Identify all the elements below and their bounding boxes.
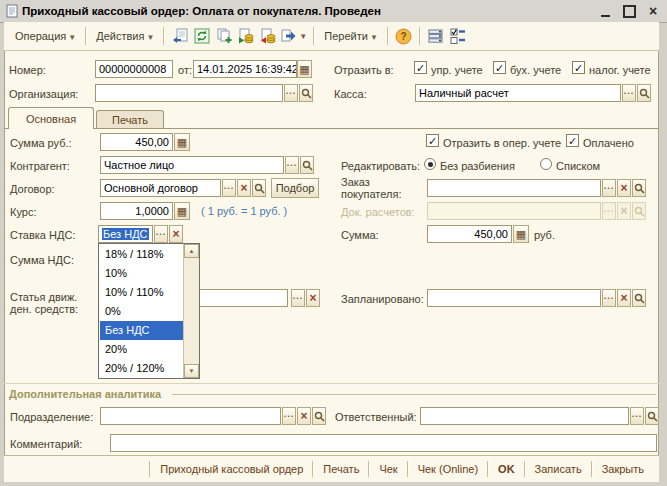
responsible-field[interactable] — [420, 407, 629, 425]
list-setup-icon[interactable] — [448, 26, 468, 46]
vat-option-selected[interactable]: Без НДС — [100, 321, 184, 340]
oper-accounting-checkbox[interactable]: ✓ — [426, 134, 439, 147]
input-on-basis-icon[interactable]: ▼ — [280, 26, 308, 46]
post-document-icon[interactable] — [236, 26, 256, 46]
calendar-button[interactable]: ▦ — [297, 60, 312, 78]
responsible-label: Ответственный: — [335, 411, 417, 423]
ok-button[interactable]: OK — [489, 463, 524, 475]
refresh-icon[interactable] — [192, 26, 212, 46]
cashflow-label-line1: Статья движ. — [10, 291, 77, 303]
department-find-button[interactable] — [312, 407, 326, 425]
unpost-document-icon[interactable] — [258, 26, 278, 46]
cashflow-open-button[interactable]: ... — [291, 289, 305, 307]
scroll-down-button[interactable]: ▼ — [184, 364, 199, 378]
cashflow-clear-button[interactable]: × — [306, 289, 320, 307]
contract-clear-button[interactable]: × — [237, 179, 251, 197]
department-open-button[interactable]: ... — [282, 407, 296, 425]
check-button[interactable]: Чек — [370, 463, 406, 475]
vat-option[interactable]: 20% — [100, 340, 184, 359]
kassa-find-button[interactable] — [637, 84, 651, 102]
sum-calc-button[interactable]: ▦ — [513, 225, 529, 243]
rate-calc-button[interactable]: ▦ — [174, 202, 190, 220]
order-find-button[interactable] — [632, 179, 646, 197]
planned-open-button[interactable]: ... — [602, 289, 616, 307]
kassa-open-button[interactable]: ... — [622, 84, 636, 102]
vat-rate-clear-button[interactable]: × — [169, 225, 183, 243]
copy-icon[interactable] — [214, 26, 234, 46]
sum-rub-field[interactable]: 450,00 — [100, 133, 173, 151]
vat-option[interactable]: 18% / 118% — [100, 245, 184, 264]
check-online-button[interactable]: Чек (Online) — [409, 463, 487, 475]
book-accounting-checkbox[interactable]: ✓ — [493, 61, 506, 74]
planned-find-button[interactable] — [632, 289, 646, 307]
help-icon[interactable]: ? — [394, 26, 414, 46]
organization-open-button[interactable]: ... — [284, 84, 298, 102]
dropdown-scrollbar[interactable]: ▲ ▼ — [183, 244, 199, 378]
edit-no-split-radio[interactable] — [424, 158, 436, 170]
contract-open-button[interactable]: ... — [222, 179, 236, 197]
chevron-down-icon: ▼ — [146, 33, 154, 42]
contract-find-button[interactable] — [252, 179, 266, 197]
edit-list-radio[interactable] — [540, 158, 552, 170]
title-bar[interactable]: Приходный кассовый ордер: Оплата от поку… — [0, 0, 667, 23]
vat-option[interactable]: 10% / 110% — [100, 283, 184, 302]
number-field[interactable]: 00000000008 — [95, 60, 173, 78]
close-button[interactable]: × — [645, 3, 661, 19]
organization-field[interactable] — [95, 84, 283, 102]
date-field[interactable]: 14.01.2025 16:39:42 — [193, 60, 297, 78]
kassa-label: Касса: — [334, 88, 367, 100]
pick-button[interactable]: Подбор — [271, 178, 319, 198]
department-field[interactable] — [100, 407, 281, 425]
rate-field[interactable]: 1,0000 — [100, 202, 173, 220]
vat-rate-field[interactable]: Без НДС — [98, 225, 153, 243]
planned-clear-button[interactable]: × — [617, 289, 631, 307]
counterparty-field[interactable]: Частное лицо — [100, 156, 284, 174]
department-clear-button[interactable]: × — [297, 407, 311, 425]
sum-rub-calc-button[interactable]: ▦ — [174, 133, 190, 151]
edit-no-split-label: Без разбиения — [440, 160, 515, 172]
save-button[interactable]: Записать — [526, 463, 591, 475]
vat-option[interactable]: 10% — [100, 264, 184, 283]
toolbar-separator — [313, 27, 315, 45]
sum-field[interactable]: 450,00 — [427, 225, 512, 243]
department-label: Подразделение: — [10, 411, 93, 423]
magnifier-icon — [639, 88, 650, 99]
table-settings-icon[interactable] — [426, 26, 446, 46]
operation-menu[interactable]: Операция▼ — [10, 28, 81, 44]
tab-print[interactable]: Печать — [96, 110, 164, 129]
responsible-find-button[interactable] — [645, 407, 659, 425]
vat-option[interactable]: 20% / 120% — [100, 359, 184, 378]
counterparty-find-button[interactable] — [300, 156, 314, 174]
responsible-open-button[interactable]: ... — [630, 407, 644, 425]
minimize-button[interactable] — [597, 3, 613, 19]
customer-order-field[interactable] — [427, 179, 601, 197]
maximize-button[interactable] — [621, 3, 637, 19]
write-icon[interactable] — [170, 26, 190, 46]
vat-rate-open-button[interactable]: ... — [154, 225, 168, 243]
counterparty-open-button[interactable]: ... — [285, 156, 299, 174]
print-button[interactable]: Печать — [314, 463, 368, 475]
sum-rub-label: Сумма руб.: — [10, 137, 72, 149]
order-clear-button[interactable]: × — [617, 179, 631, 197]
organization-find-button[interactable] — [299, 84, 313, 102]
order-open-button[interactable]: ... — [602, 179, 616, 197]
ellipsis-icon: ... — [287, 160, 298, 166]
actions-menu[interactable]: Действия▼ — [91, 28, 159, 44]
vat-option[interactable]: 0% — [100, 302, 184, 321]
tab-main[interactable]: Основная — [8, 107, 94, 129]
magnifier-icon — [314, 411, 325, 422]
tax-accounting-checkbox[interactable]: ✓ — [572, 61, 585, 74]
contract-field[interactable]: Основной договор — [100, 179, 221, 197]
scroll-up-button[interactable]: ▲ — [184, 244, 199, 258]
kassa-field[interactable]: Наличный расчет — [415, 84, 621, 102]
ellipsis-icon: ... — [224, 183, 235, 189]
comment-field[interactable] — [110, 434, 657, 452]
management-accounting-checkbox[interactable]: ✓ — [414, 61, 427, 74]
cash-order-button[interactable]: Приходный кассовый ордер — [151, 463, 312, 475]
toolbar-separator — [387, 27, 389, 45]
paid-checkbox[interactable]: ✓ — [566, 134, 579, 147]
goto-menu[interactable]: Перейти▼ — [319, 28, 383, 44]
planned-field[interactable] — [427, 289, 601, 307]
close-form-button[interactable]: Закрыть — [593, 463, 653, 475]
clear-icon: × — [620, 183, 627, 193]
